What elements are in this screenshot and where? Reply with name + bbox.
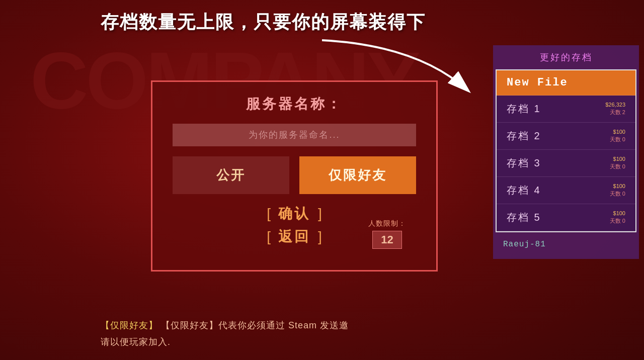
- save-item-5[interactable]: 存档 5 $100 天数 0: [497, 204, 635, 231]
- bottom-note-line1: 【仅限好友】 【仅限好友】代表你必须通过 Steam 发送邀: [101, 317, 349, 333]
- confirm-label: 确认: [278, 204, 310, 223]
- save-item-2[interactable]: 存档 2 $100 天数 0: [497, 123, 635, 150]
- save-credits-1: $26,323: [605, 102, 625, 108]
- back-bracket-left: [: [267, 229, 271, 245]
- right-panel: 更好的存档 New File 存档 1 $26,323 天数 2 存档 2 $1…: [493, 45, 639, 259]
- save-meta-4: $100 天数 0: [610, 183, 625, 198]
- save-item-3[interactable]: 存档 3 $100 天数 0: [497, 150, 635, 177]
- save-item-4[interactable]: 存档 4 $100 天数 0: [497, 177, 635, 204]
- save-meta-3: $100 天数 0: [610, 156, 625, 170]
- public-button[interactable]: 公开: [173, 156, 289, 194]
- new-file-item[interactable]: New File: [497, 70, 635, 96]
- confirm-bracket-left: [: [267, 206, 271, 222]
- save-name-5: 存档 5: [507, 211, 541, 224]
- file-list: New File 存档 1 $26,323 天数 2 存档 2 $100 天数 …: [496, 69, 636, 232]
- save-meta-5: $100 天数 0: [610, 210, 625, 225]
- back-button[interactable]: [ 返回 ]: [267, 227, 322, 246]
- save-item-1[interactable]: 存档 1 $26,323 天数 2: [497, 96, 635, 123]
- save-credits-3: $100: [613, 156, 625, 162]
- save-items-container: 存档 1 $26,323 天数 2 存档 2 $100 天数 0 存档 3 $1…: [497, 96, 635, 231]
- save-credits-5: $100: [613, 210, 625, 216]
- save-name-1: 存档 1: [507, 102, 541, 116]
- friends-only-button[interactable]: 仅限好友: [299, 156, 416, 194]
- confirm-bracket-right: ]: [318, 206, 322, 222]
- save-deaths-5: 天数 0: [610, 217, 625, 225]
- back-label: 返回: [278, 227, 310, 246]
- save-meta-1: $26,323 天数 2: [605, 102, 625, 116]
- confirm-button[interactable]: [ 确认 ]: [267, 204, 322, 223]
- mode-buttons: 公开 仅限好友: [173, 156, 416, 194]
- new-file-label: New File: [507, 76, 568, 89]
- player-limit-label: 人数限制：: [368, 219, 406, 228]
- save-deaths-2: 天数 0: [610, 136, 625, 143]
- back-bracket-right: ]: [318, 229, 322, 245]
- bottom-note-text1: 【仅限好友】代表你必须通过 Steam 发送邀: [161, 320, 349, 330]
- save-meta-2: $100 天数 0: [610, 129, 625, 143]
- panel-title: 更好的存档: [493, 45, 639, 69]
- player-limit-value: 12: [372, 231, 401, 249]
- dialog-title: 服务器名称：: [246, 95, 343, 114]
- save-name-4: 存档 4: [507, 184, 541, 197]
- save-deaths-3: 天数 0: [610, 163, 625, 170]
- top-annotation-text: 存档数量无上限，只要你的屏幕装得下: [101, 10, 644, 35]
- save-deaths-4: 天数 0: [610, 190, 625, 198]
- bottom-note: 【仅限好友】 【仅限好友】代表你必须通过 Steam 发送邀 请以便玩家加入.: [101, 317, 349, 350]
- server-name-input[interactable]: [173, 124, 416, 146]
- panel-username: Raeuj-81: [493, 232, 639, 249]
- save-deaths-1: 天数 2: [610, 109, 625, 116]
- confirm-section: [ 确认 ] [ 返回 ] 人数限制： 12: [173, 204, 416, 246]
- save-name-2: 存档 2: [507, 129, 541, 143]
- bottom-note-line2: 请以便玩家加入.: [101, 334, 349, 350]
- bottom-note-highlight: 【仅限好友】: [101, 320, 158, 330]
- player-limit-container: 人数限制： 12: [368, 219, 406, 249]
- save-credits-2: $100: [613, 129, 625, 135]
- save-credits-4: $100: [613, 183, 625, 189]
- main-dialog: 服务器名称： 公开 仅限好友 [ 确认 ] [ 返回 ] 人数限制： 12: [151, 80, 438, 272]
- save-name-3: 存档 3: [507, 156, 541, 170]
